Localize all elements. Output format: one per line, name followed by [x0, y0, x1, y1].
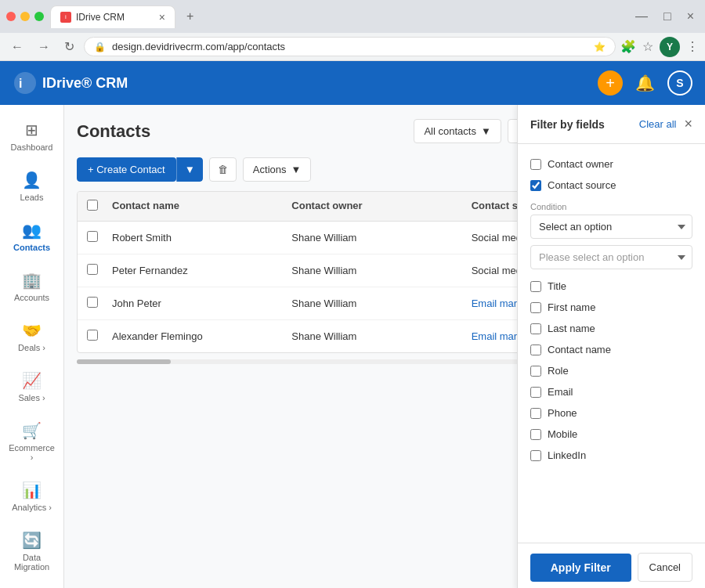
analytics-icon: 📊 [22, 481, 42, 500]
filter-field-contact-owner[interactable]: Contact owner [530, 153, 692, 175]
filter-header: Filter by fields Clear all × [518, 105, 705, 144]
apply-filter-btn[interactable]: Apply Filter [530, 554, 631, 582]
contact-owner-checkbox[interactable] [530, 159, 541, 170]
role-label: Role [548, 365, 569, 377]
filter-field-role[interactable]: Role [530, 360, 692, 381]
filter-field-title[interactable]: Title [530, 276, 692, 297]
forward-btn[interactable]: → [33, 37, 55, 57]
contact-name-checkbox[interactable] [530, 345, 541, 355]
address-bar[interactable]: 🔒 design.devidrivecrm.com/app/contacts ⭐ [84, 37, 616, 56]
second-select-section: Please select an option [530, 245, 692, 269]
accounts-icon: 🏢 [22, 271, 42, 290]
browser-controls [6, 12, 44, 21]
tab-close-btn[interactable]: × [159, 11, 165, 23]
filter-field-phone[interactable]: Phone [530, 402, 692, 424]
logo-text: IDrive® CRM [42, 75, 128, 92]
select-all-checkbox[interactable] [87, 200, 98, 211]
tab-title: IDrive CRM [76, 12, 125, 23]
dropdown-chevron-icon: ▼ [481, 125, 491, 137]
contact-name-cell: Peter Fernandez [112, 265, 291, 276]
second-condition-select[interactable]: Please select an option [530, 245, 692, 269]
scrollbar-thumb[interactable] [77, 359, 171, 364]
sidebar-label-leads: Leads [20, 193, 44, 202]
condition-section: Condition Select an option [530, 202, 692, 239]
filter-clear-btn[interactable]: Clear all [639, 118, 677, 130]
browser-maximize-btn[interactable] [34, 12, 44, 21]
new-tab-btn[interactable]: + [182, 5, 198, 28]
header-add-btn[interactable]: + [598, 70, 623, 96]
mobile-checkbox[interactable] [530, 429, 541, 440]
filter-footer: Apply Filter Cancel [518, 543, 705, 588]
main-content: Contacts All contacts ▼ 🔍 Search contact… [64, 105, 705, 588]
sidebar-item-leads[interactable]: 👤 Leads [3, 163, 60, 210]
phone-checkbox[interactable] [530, 408, 541, 419]
delete-btn[interactable]: 🗑 [209, 157, 237, 182]
filter-field-contact-name[interactable]: Contact name [530, 339, 692, 360]
sidebar: ⊞ Dashboard 👤 Leads 👥 Contacts 🏢 Account… [0, 105, 64, 588]
sidebar-item-accounts[interactable]: 🏢 Accounts [3, 263, 60, 310]
window-maximize-btn[interactable]: □ [659, 6, 676, 27]
header-profile[interactable]: S [667, 70, 692, 96]
row-checkbox[interactable] [87, 231, 98, 242]
back-btn[interactable]: ← [6, 37, 28, 57]
sidebar-label-datamigration: Data Migration [9, 553, 54, 572]
sidebar-item-ecommerce[interactable]: 🛒 Ecommerce › [3, 413, 60, 470]
filter-field-last-name[interactable]: Last name [530, 318, 692, 339]
window-minimize-btn[interactable]: — [631, 6, 653, 27]
browser-tab[interactable]: i IDrive CRM × [50, 5, 175, 28]
extensions-icon[interactable]: 🧩 [620, 39, 636, 54]
filter-close-btn[interactable]: × [684, 116, 692, 132]
row-checkbox[interactable] [87, 330, 98, 341]
sidebar-item-dashboard[interactable]: ⊞ Dashboard [3, 113, 60, 160]
filter-field-first-name[interactable]: First name [530, 297, 692, 318]
filter-field-mobile[interactable]: Mobile [530, 424, 692, 445]
sidebar-item-datamigration[interactable]: 🔄 Data Migration [3, 523, 60, 579]
filter-field-contact-source[interactable]: Contact source [530, 175, 692, 196]
mobile-label: Mobile [548, 428, 577, 440]
title-checkbox[interactable] [530, 281, 541, 292]
browser-close-btn[interactable] [6, 12, 16, 21]
last-name-label: Last name [548, 323, 595, 334]
row-checkbox[interactable] [87, 297, 98, 308]
sidebar-item-contacts[interactable]: 👥 Contacts [3, 213, 60, 260]
condition-select[interactable]: Select an option [530, 215, 692, 239]
browser-minimize-btn[interactable] [20, 12, 30, 21]
sidebar-item-sales[interactable]: 📈 Sales › [3, 363, 60, 410]
sidebar-label-analytics: Analytics › [12, 503, 52, 512]
sidebar-label-contacts: Contacts [13, 243, 50, 252]
leads-icon: 👤 [22, 171, 42, 189]
sidebar-item-settings[interactable]: ⚙ Settings › [3, 583, 60, 588]
email-checkbox[interactable] [530, 387, 541, 398]
contact-source-checkbox[interactable] [530, 180, 541, 191]
all-contacts-label: All contacts [424, 125, 475, 137]
sidebar-item-deals[interactable]: 🤝 Deals › [3, 313, 60, 360]
window-close-btn[interactable]: × [682, 6, 699, 27]
deals-icon: 🤝 [22, 321, 42, 340]
header-checkbox-cell [87, 200, 112, 213]
row-checkbox[interactable] [87, 264, 98, 275]
filter-field-linkedin[interactable]: LinkedIn [530, 445, 692, 466]
actions-btn[interactable]: Actions ▼ [243, 157, 312, 182]
logo-icon: i [13, 70, 38, 96]
linkedin-checkbox[interactable] [530, 450, 541, 461]
browser-profile[interactable]: Y [660, 37, 680, 57]
browser-menu-btn[interactable]: ⋮ [686, 39, 699, 54]
trash-icon: 🗑 [218, 164, 228, 175]
filter-field-email[interactable]: Email [530, 381, 692, 402]
filter-panel: Filter by fields Clear all × Contact own… [517, 105, 705, 588]
refresh-btn[interactable]: ↻ [60, 36, 79, 57]
cancel-btn[interactable]: Cancel [638, 553, 692, 582]
first-name-checkbox[interactable] [530, 302, 541, 313]
create-contact-dropdown-btn[interactable]: ▼ [176, 157, 203, 182]
sidebar-label-sales: Sales › [18, 393, 45, 402]
bookmark-icon[interactable]: ☆ [642, 39, 653, 54]
last-name-checkbox[interactable] [530, 323, 541, 334]
header-bell-btn[interactable]: 🔔 [632, 70, 658, 96]
sidebar-item-analytics[interactable]: 📊 Analytics › [3, 473, 60, 520]
contact-name-cell: John Peter [112, 298, 291, 309]
contact-owner-cell: Shane William [291, 232, 471, 243]
create-contact-btn[interactable]: + Create Contact [77, 157, 176, 182]
role-checkbox[interactable] [530, 366, 541, 377]
title-label: Title [548, 280, 566, 292]
all-contacts-dropdown[interactable]: All contacts ▼ [414, 119, 501, 143]
